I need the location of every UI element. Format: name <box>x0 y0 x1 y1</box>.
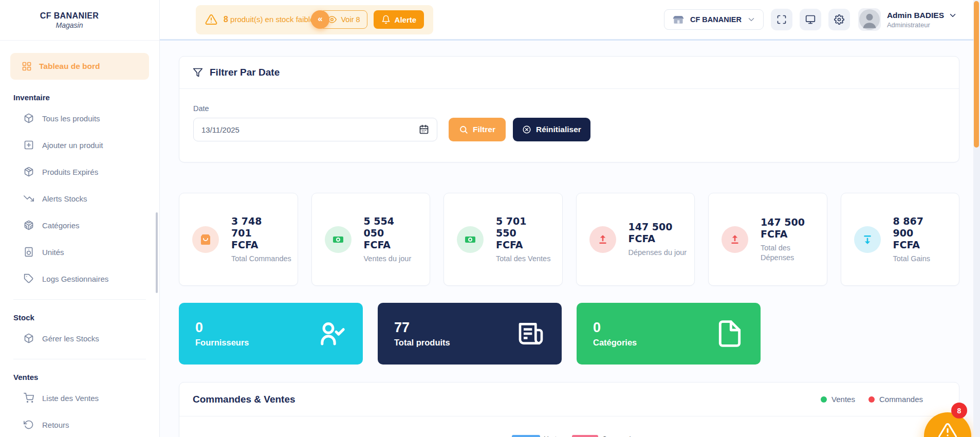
store-selector[interactable]: CF BANANIER <box>664 9 764 30</box>
stat-label: Total Gains <box>893 254 956 264</box>
sidebar-section-inventaire: Inventaire <box>13 93 149 102</box>
fullscreen-button[interactable] <box>771 9 792 30</box>
upload-icon <box>722 226 748 253</box>
sidebar-nav: Tableau de bord Inventaire Tous les prod… <box>0 41 159 437</box>
topbar: 8 produit(s) en stock faible Voir 8 Aler… <box>160 0 980 41</box>
stat-value: 8 867 900 FCFA <box>893 215 940 251</box>
stat-label: Dépenses du jour <box>628 248 691 258</box>
download-icon <box>854 226 881 253</box>
sidebar-item-label: Liste des Ventes <box>42 394 99 403</box>
avatar[interactable] <box>858 8 881 31</box>
low-stock-count: 8 <box>224 15 228 24</box>
brand: CF BANANIER Magasin <box>0 0 159 41</box>
speaker-icon <box>24 247 34 257</box>
stat-card-total-gains: 8 867 900 FCFA Total Gains <box>841 193 960 286</box>
content: Filtrer Par Date Date Filtrer <box>160 41 980 437</box>
upload-icon <box>589 226 616 253</box>
summary-card-fournisseurs[interactable]: 0 Fournisseurs <box>179 303 363 365</box>
filter-card-header: Filtrer Par Date <box>179 57 959 89</box>
sidebar: CF BANANIER Magasin Tableau de bord Inve… <box>0 0 160 437</box>
sidebar-item-label: Tableau de bord <box>39 62 100 71</box>
date-field[interactable] <box>193 118 437 141</box>
sidebar-item-liste-des-ventes[interactable]: Liste des Ventes <box>10 385 149 411</box>
stat-value: 147 500 FCFA <box>761 216 808 240</box>
codesandbox-icon <box>24 220 34 230</box>
chart-card-header: Commandes & Ventes Ventes Commandes <box>179 383 959 416</box>
sidebar-divider <box>13 359 146 359</box>
calendar-icon[interactable] <box>419 124 429 135</box>
topbar-right: CF BANANIER Admin BADIES <box>664 8 957 31</box>
sidebar-collapse-button[interactable]: « <box>311 10 329 29</box>
summary-value: 77 <box>394 320 450 336</box>
date-label: Date <box>193 104 945 113</box>
sidebar-item-tableau-de-bord[interactable]: Tableau de bord <box>10 53 149 80</box>
sidebar-item-retours[interactable]: Retours <box>10 411 149 437</box>
filter-button[interactable]: Filtrer <box>449 118 506 141</box>
user-name: Admin BADIES <box>887 11 944 20</box>
user-role: Administrateur <box>887 21 957 29</box>
sidebar-item-label: Alerts Stocks <box>42 194 87 203</box>
filter-title: Filtrer Par Date <box>210 67 280 78</box>
sidebar-item-produits-expires[interactable]: Produits Expirés <box>10 158 149 185</box>
stat-label: Total Commandes <box>231 254 294 264</box>
legend-dot-red <box>868 396 875 403</box>
sidebar-scrollbar-thumb[interactable] <box>156 212 158 293</box>
chart-toggle-ventes[interactable] <box>512 435 540 437</box>
legend-dot-green <box>821 396 827 403</box>
store-selector-label: CF BANANIER <box>690 15 742 24</box>
display-button[interactable] <box>800 9 821 30</box>
shopping-cart-icon <box>24 393 34 403</box>
tag-icon <box>24 274 34 284</box>
newspaper-icon <box>516 319 545 348</box>
alert-count-badge: 8 <box>951 403 967 418</box>
sidebar-item-label: Produits Expirés <box>42 168 98 176</box>
stat-card-total-des-ventes: 5 701 550 FCFA Total des Ventes <box>443 193 563 286</box>
bell-icon <box>381 15 391 24</box>
sidebar-item-unites[interactable]: Unités <box>10 239 149 265</box>
reset-button[interactable]: Réinitialiser <box>513 118 590 141</box>
gear-icon <box>834 14 844 25</box>
search-icon <box>459 125 468 134</box>
stat-value: 5 554 050 FCFA <box>364 215 411 251</box>
stat-label: Total des Ventes <box>496 254 559 264</box>
chevron-down-icon <box>747 15 756 24</box>
summary-row: 0 Fournisseurs 77 Total produits 0 Cat <box>179 303 959 365</box>
rotate-ccw-icon <box>24 420 34 430</box>
sidebar-item-categories[interactable]: Catégories <box>10 212 149 239</box>
chart-toggle-commandes[interactable] <box>572 435 598 437</box>
sidebar-item-label: Unités <box>42 248 64 257</box>
box-icon <box>24 333 34 343</box>
grid-icon <box>22 61 32 71</box>
date-input[interactable] <box>201 125 414 134</box>
sidebar-item-ajouter-un-produit[interactable]: Ajouter un produit <box>10 132 149 158</box>
stats-row: 3 748 701 FCFA Total Commandes 5 554 050… <box>179 193 959 286</box>
page-scrollbar-thumb[interactable] <box>974 1 979 148</box>
settings-button[interactable] <box>828 9 850 30</box>
stat-label: Ventes du jour <box>364 254 427 264</box>
sidebar-item-tous-les-produits[interactable]: Tous les produits <box>10 105 149 132</box>
summary-card-total-produits[interactable]: 77 Total produits <box>378 303 562 365</box>
stat-card-total-commandes: 3 748 701 FCFA Total Commandes <box>179 193 298 286</box>
sidebar-item-gerer-les-stocks[interactable]: Gérer les Stocks <box>10 325 149 352</box>
sidebar-item-alerts-stocks[interactable]: Alerts Stocks <box>10 185 149 212</box>
filter-card: Filtrer Par Date Date Filtrer <box>179 56 959 162</box>
sidebar-divider <box>13 299 146 300</box>
summary-label: Catégories <box>593 338 637 348</box>
low-stock-message: 8 produit(s) en stock faible <box>224 15 314 24</box>
chevron-down-icon <box>948 11 957 20</box>
user-check-icon <box>318 319 346 348</box>
summary-value: 0 <box>195 320 249 336</box>
summary-label: Fournisseurs <box>195 338 249 348</box>
summary-card-categories[interactable]: 0 Catégories <box>577 303 761 365</box>
sidebar-item-logs-gestionnaires[interactable]: Logs Gestionnaires <box>10 265 149 292</box>
stat-value: 5 701 550 FCFA <box>496 215 543 251</box>
sidebar-item-label: Tous les produits <box>42 114 100 123</box>
shopping-bag-icon <box>192 226 219 253</box>
stat-value: 147 500 FCFA <box>628 221 676 245</box>
summary-label: Total produits <box>394 338 450 348</box>
alert-button[interactable]: Alerte <box>374 10 424 29</box>
page-scrollbar[interactable] <box>973 0 980 437</box>
chart-title: Commandes & Ventes <box>193 394 295 405</box>
user-menu[interactable]: Admin BADIES Administrateur <box>887 11 957 29</box>
warning-triangle-icon <box>205 13 217 26</box>
